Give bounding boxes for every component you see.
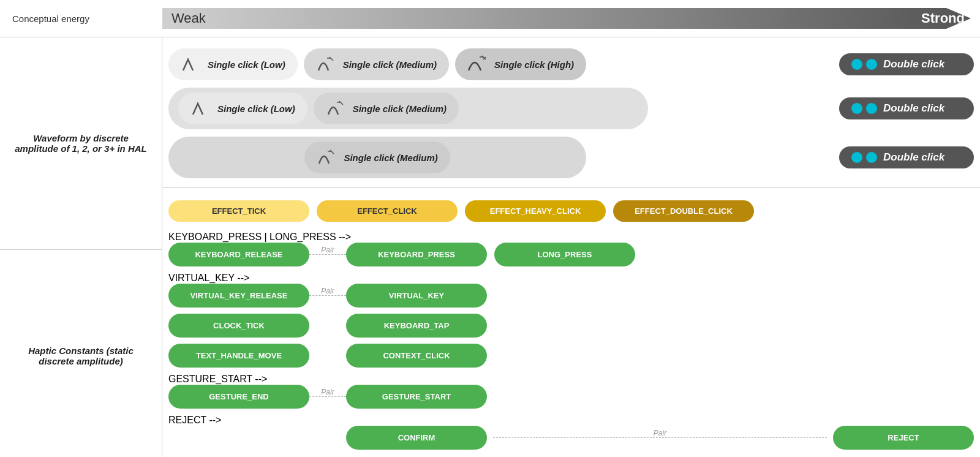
waveform-pill-medium-1[interactable]: Single click (Medium) [304, 48, 449, 80]
wave-medium-icon-2 [326, 97, 348, 119]
haptic-label: Haptic Constants (static discrete amplit… [0, 249, 162, 457]
wave-low-icon-2 [190, 97, 213, 119]
haptic-row-confirm: CONFIRM Pair REJECT [168, 426, 974, 450]
svg-line-8 [330, 150, 334, 154]
virtual-key-btn[interactable]: VIRTUAL_KEY [346, 284, 487, 308]
waveform-row-3: Single click (Medium) Double click [168, 137, 974, 178]
dot-left-3 [851, 152, 862, 163]
dot-right-1 [866, 59, 877, 70]
wave-low-icon [181, 53, 203, 75]
context-click-cell: CONTEXT_CLICK [346, 344, 487, 368]
dot-right-3 [866, 152, 877, 163]
effect-heavy-click-label: EFFECT_HEAVY_CLICK [465, 200, 606, 222]
right-content: Weak Strong Single click (Low) [162, 0, 980, 457]
pair-label-virtual: Pair [321, 287, 334, 295]
effect-click-label: EFFECT_CLICK [317, 200, 458, 222]
pair-connector-keyboard: Pair [309, 254, 346, 255]
weak-label: Weak [172, 10, 206, 26]
dot-left-2 [851, 103, 862, 114]
keyboard-release-cell: KEYBOARD_RELEASE [168, 243, 309, 266]
waveform-pill-double-2[interactable]: Double click [839, 97, 974, 119]
long-press-cell: LONG_PRESS [494, 243, 635, 266]
waveform-pill-high-1[interactable]: Single click (High) [455, 48, 586, 80]
energy-arrow-svg [162, 3, 980, 34]
gesture-start-btn[interactable]: GESTURE_START [346, 385, 487, 409]
dot-left-1 [851, 59, 862, 70]
effect-tick-label: EFFECT_TICK [168, 200, 309, 222]
double-dot-icon-1 [851, 59, 877, 70]
pair-label-gesture: Pair [321, 388, 334, 396]
left-labels: Conceptual energy Waveform by discrete a… [0, 0, 162, 457]
waveform-pill-low-2[interactable]: Single click (Low) [178, 93, 307, 124]
pair-connector-gesture: Pair [309, 396, 346, 397]
conceptual-energy-label: Conceptual energy [0, 0, 162, 37]
keyboard-press-btn[interactable]: KEYBOARD_PRESS [346, 243, 487, 266]
haptic-row-gesture: GESTURE_END Pair GESTURE_START [168, 385, 974, 409]
waveform-pill-low-1[interactable]: Single click (Low) [168, 48, 298, 80]
strong-label: Strong [921, 10, 965, 26]
wave-high-icon [467, 53, 489, 75]
haptic-section: EFFECT_TICK EFFECT_CLICK EFFECT_HEAVY_CL… [162, 187, 980, 457]
double-dot-icon-3 [851, 152, 877, 163]
double-dot-icon-2 [851, 103, 877, 114]
reject-btn[interactable]: REJECT [833, 426, 974, 450]
context-click-btn[interactable]: CONTEXT_CLICK [346, 344, 487, 368]
waveform-label: Waveform by discrete amplitude of 1, 2, … [0, 37, 162, 249]
gesture-end-btn[interactable]: GESTURE_END [168, 385, 309, 409]
reject-cell: REJECT [833, 426, 974, 450]
waveform-pill-double-3[interactable]: Double click [839, 146, 974, 168]
waveform-section: Single click (Low) Single click (Medium) [162, 37, 980, 187]
clock-tick-btn[interactable]: CLOCK_TICK [168, 314, 309, 338]
svg-line-1 [330, 57, 333, 61]
haptic-row-clock: CLOCK_TICK KEYBOARD_TAP [168, 314, 974, 338]
effect-labels-row: EFFECT_TICK EFFECT_CLICK EFFECT_HEAVY_CL… [168, 200, 974, 222]
pair-label-confirm: Pair [654, 429, 666, 437]
pair-label-keyboard: Pair [321, 246, 334, 254]
gesture-end-cell: GESTURE_END [168, 385, 309, 409]
haptic-row-keyboard: KEYBOARD_RELEASE Pair KEYBOARD_PRESS [168, 243, 974, 266]
energy-arrow-shape [162, 8, 971, 29]
haptic-row-text: TEXT_HANDLE_MOVE CONTEXT_CLICK [168, 344, 974, 368]
waveform-row-2: Single click (Low) Single click (Medium) [168, 88, 974, 129]
effect-double-click-label: EFFECT_DOUBLE_CLICK [613, 200, 754, 222]
text-handle-cell: TEXT_HANDLE_MOVE [168, 344, 309, 368]
gesture-start-cell: GESTURE_START [346, 385, 487, 409]
svg-line-6 [339, 101, 343, 105]
waveform-pill-medium-3[interactable]: Single click (Medium) [304, 142, 450, 173]
long-press-btn[interactable]: LONG_PRESS [494, 243, 635, 266]
keyboard-tap-cell: KEYBOARD_TAP [346, 314, 487, 338]
wave-medium-icon [316, 53, 338, 75]
pair-connector-virtual: Pair [309, 295, 346, 296]
main-container: Conceptual energy Waveform by discrete a… [0, 0, 980, 457]
dot-right-2 [866, 103, 877, 114]
waveform-row-1: Single click (Low) Single click (Medium) [168, 48, 974, 80]
keyboard-tap-btn[interactable]: KEYBOARD_TAP [346, 314, 487, 338]
keyboard-press-cell: KEYBOARD_PRESS [346, 243, 487, 266]
confirm-cell: CONFIRM [346, 426, 487, 450]
clock-tick-cell: CLOCK_TICK [168, 314, 309, 338]
keyboard-release-btn[interactable]: KEYBOARD_RELEASE [168, 243, 309, 266]
virtual-key-release-btn[interactable]: VIRTUAL_KEY_RELEASE [168, 284, 309, 308]
pair-connector-confirm: Pair [487, 437, 833, 438]
energy-scale-row: Weak Strong [162, 0, 980, 37]
waveform-pill-medium-2[interactable]: Single click (Medium) [314, 93, 459, 124]
confirm-btn[interactable]: CONFIRM [346, 426, 487, 450]
waveform-pill-double-1[interactable]: Double click [839, 53, 974, 75]
haptic-constants-body: KEYBOARD_PRESS | LONG_PRESS --> KEYBOARD… [168, 232, 974, 450]
virtual-key-cell: VIRTUAL_KEY [346, 284, 487, 308]
haptic-row-virtual: VIRTUAL_KEY_RELEASE Pair VIRTUAL_KEY [168, 284, 974, 308]
text-handle-move-btn[interactable]: TEXT_HANDLE_MOVE [168, 344, 309, 368]
wave-medium-icon-3 [317, 146, 339, 168]
virtual-key-release-cell: VIRTUAL_KEY_RELEASE [168, 284, 309, 308]
